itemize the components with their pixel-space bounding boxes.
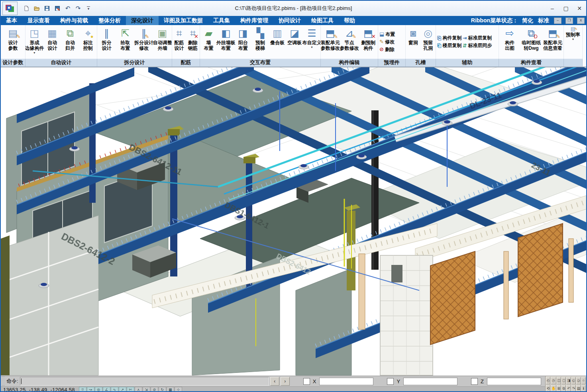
split-modify-button[interactable]: ∥✎拆分设计 修改 — [135, 25, 153, 59]
annotation-control-button[interactable]: ⌖●标注 控制 — [79, 25, 97, 59]
menu-tab-9[interactable]: 绘图工具 — [306, 16, 339, 25]
embed-delete-button[interactable]: ⊘删除 — [379, 46, 395, 53]
save-icon[interactable] — [43, 4, 51, 12]
angle-snap-icon[interactable]: ∠ — [103, 387, 110, 392]
command-input[interactable] — [20, 377, 269, 386]
app-logo-icon[interactable] — [2, 2, 18, 15]
precast-rate-button[interactable]: ▤✎预制率▾ — [564, 25, 582, 59]
split-design-button[interactable]: ∥拆分 设计 — [97, 25, 116, 59]
composite-slab-button[interactable]: ▥叠合板 — [269, 25, 286, 59]
mdi-minimize-button[interactable]: – — [554, 18, 561, 24]
next-view-icon[interactable]: ↷ — [571, 385, 576, 392]
grid-toggle-icon[interactable]: ▦ — [167, 387, 174, 392]
auto-design-button[interactable]: ▦自动 设计 — [43, 25, 61, 59]
minimize-button[interactable]: – — [546, 3, 559, 14]
select-mode-icon[interactable]: ⋏ — [135, 387, 142, 392]
y-axis-input[interactable] — [403, 378, 457, 385]
menu-tab-3[interactable]: 整体分析 — [93, 16, 126, 25]
history-prev-button[interactable]: ‹ — [270, 377, 279, 386]
member-drawing-button[interactable]: ⇨构件 出图 — [499, 25, 520, 59]
ac-slab-button[interactable]: ◪空调板 — [286, 25, 303, 59]
reserved-hole-button[interactable]: ◎预留 孔洞 — [421, 25, 436, 59]
menu-tab-7[interactable]: 构件库管理 — [235, 16, 273, 25]
info-view-icon[interactable]: ℹ — [581, 385, 586, 392]
edge-member-button[interactable]: ◳形成 边缘构件▾ — [26, 25, 43, 59]
std-floor-sync-button[interactable]: ⇵标准层同步 — [462, 42, 492, 49]
view-sw-icon[interactable]: ◶ — [576, 377, 581, 384]
prev-view-icon[interactable]: ↶ — [566, 385, 571, 392]
layer-view-icon[interactable]: ▤ — [576, 385, 581, 392]
delete-rebar-button[interactable]: ⌗✕删除 钢筋 — [186, 25, 200, 59]
embed-place-button[interactable]: ⬓布置 — [379, 31, 395, 38]
regen-icon[interactable]: ↻ — [159, 387, 166, 392]
embed-modify-button[interactable]: ✎修改 — [379, 39, 395, 45]
assembly-info-button[interactable]: ⬒✎装配单元 信息查看 — [542, 25, 563, 59]
view-nw-icon[interactable]: ◴ — [546, 377, 550, 384]
x-axis-input[interactable] — [319, 378, 373, 385]
fit-view-icon[interactable]: ⇲ — [143, 387, 150, 392]
cladding-panel-button[interactable]: ◧外挂墙板 布置 — [217, 25, 234, 59]
window-opening-button[interactable]: ◙窗洞 — [406, 25, 421, 59]
custom-layout-button[interactable]: ☰布自定义▾ — [303, 25, 320, 59]
view-ring-icon[interactable]: ○ — [581, 377, 586, 384]
design-params-button[interactable]: ▤✎设计 参数 — [1, 25, 25, 59]
disable-toggle-icon[interactable]: ⊘ — [151, 387, 158, 392]
vector-snap-icon[interactable]: ↗ — [119, 387, 126, 392]
z-axis-input[interactable] — [487, 378, 541, 385]
zoom-window-icon[interactable]: ⊞ — [557, 385, 561, 392]
redo-icon[interactable]: ↷ — [74, 4, 82, 12]
auto-merge-button[interactable]: ⧉自动 归并 — [61, 25, 79, 59]
pan-icon[interactable]: ✋ — [551, 385, 556, 392]
node-param-button[interactable]: ⊿✎节点 参数修改 — [340, 25, 359, 59]
trim-toggle-icon[interactable]: ✄ — [127, 387, 134, 392]
zoom-extents-icon[interactable]: ⧉ — [561, 385, 566, 392]
spline-snap-icon[interactable]: ∿ — [111, 387, 118, 392]
rebar-design-button[interactable]: ⌗配筋 设计 — [172, 25, 186, 59]
menu-tab-8[interactable]: 协同设计 — [273, 16, 306, 25]
open-file-icon[interactable] — [33, 4, 41, 12]
view-ne-icon[interactable]: ◷ — [551, 377, 556, 384]
mdi-restore-button[interactable]: ❐ — [565, 18, 573, 24]
view-se-icon[interactable]: ◵ — [571, 377, 576, 384]
temp-dwg-button[interactable]: ⧉D临时图纸 转Dwg — [520, 25, 542, 59]
command-bar-grip[interactable] — [2, 377, 5, 386]
assembly-param-button[interactable]: ⬒✎装配单元 参数修改 — [321, 25, 340, 59]
maximize-button[interactable]: ▢ — [559, 3, 573, 14]
precast-stair-button[interactable]: ▚预制 楼梯 — [251, 25, 269, 59]
chevron-down-icon[interactable]: ▾ — [572, 38, 574, 41]
menu-tab-1[interactable]: 显示查看 — [22, 16, 55, 25]
chevron-down-icon[interactable]: ▾ — [311, 46, 312, 49]
model-viewport[interactable]: DBS2-6412-11 DBS2-6412-2 DBS1-6412-1 DL-… — [1, 67, 586, 376]
history-next-button[interactable]: › — [281, 377, 290, 386]
crosshair-toggle-icon[interactable]: ⊹ — [175, 387, 182, 392]
x-axis-checkbox[interactable] — [303, 378, 310, 385]
menu-tab-6[interactable]: 工具集 — [208, 16, 235, 25]
balcony-layout-button[interactable]: ◨阳台 布置 — [234, 25, 251, 59]
object-snap-icon[interactable]: ◎ — [95, 387, 102, 392]
view-cube-icon[interactable]: ◫ — [557, 377, 561, 384]
chevron-down-icon[interactable]: ▾ — [33, 51, 35, 54]
ribbon-state-simple-button[interactable]: 简化 — [521, 17, 534, 24]
member-copy-button[interactable]: ⎘构件复制 — [437, 35, 461, 41]
menu-tab-5[interactable]: 详图及加工数据 — [159, 16, 208, 25]
model-viewport-3d[interactable]: DBS2-6412-11 DBS2-6412-2 DBS1-6412-1 DL-… — [1, 67, 586, 376]
close-button[interactable]: ✕ — [573, 3, 586, 14]
polar-tracking-icon[interactable]: ↝ — [87, 387, 94, 392]
orbit-icon[interactable]: ⟲ — [546, 385, 550, 392]
ribbon-state-standard-button[interactable]: 标准 — [537, 17, 550, 24]
z-axis-checkbox[interactable] — [471, 378, 478, 385]
delete-precast-button[interactable]: ⬒✕删预制 构件 — [359, 25, 378, 59]
snap-toggle-icon[interactable]: ⌑ — [79, 387, 86, 392]
y-axis-checkbox[interactable] — [387, 378, 394, 385]
wall-layout-button[interactable]: ▰墙 布置 — [200, 25, 217, 59]
floor-copy-button[interactable]: ⎗楼层复制 — [437, 42, 461, 49]
save-as-icon[interactable] — [53, 4, 61, 12]
undo-icon[interactable]: ↶ — [64, 4, 72, 12]
menu-tab-10[interactable]: 帮助 — [339, 16, 360, 25]
customize-toolbar-icon[interactable]: ▾ — [84, 4, 92, 12]
auto-adjust-wall-button[interactable]: ▣自动调整 外墙 — [153, 25, 172, 59]
menu-tab-4[interactable]: 深化设计 — [126, 16, 159, 25]
view-box-icon[interactable]: ◻ — [561, 377, 566, 384]
new-file-icon[interactable] — [22, 4, 30, 12]
view-side-icon[interactable]: ◨ — [566, 377, 571, 384]
